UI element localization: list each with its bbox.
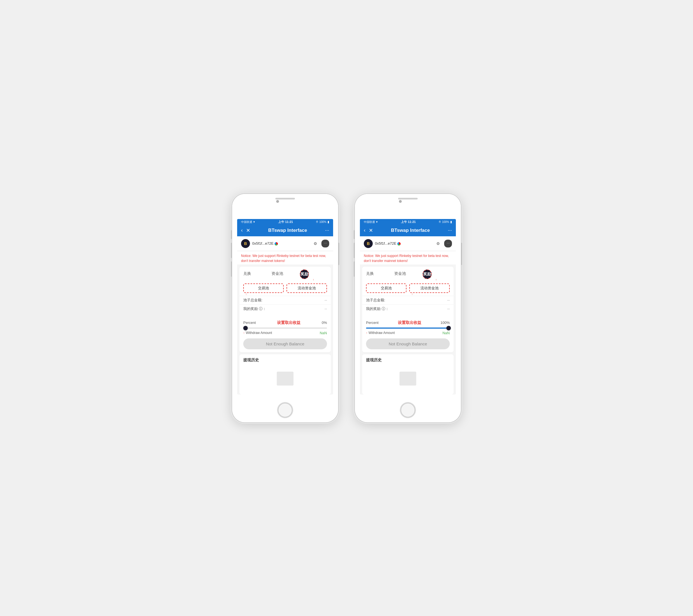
back-button[interactable]: ‹ [241, 227, 243, 233]
tab-wrapper: 资金池 [394, 270, 421, 279]
phone-top-area [232, 194, 338, 219]
percent-annotation: 设置取出收益 [277, 320, 300, 325]
percent-label: Percent [366, 321, 379, 325]
tab-2[interactable]: 奖励 [423, 270, 432, 279]
tab-1[interactable]: 资金池 [272, 270, 283, 278]
withdraw-row: ↑ Withdraw Amount NaN [366, 331, 450, 335]
percent-section: Percent 设置取出收益 0% ↑ Withdraw Amount NaN … [239, 317, 331, 352]
percent-value: 100% [440, 321, 450, 325]
info-label: 我的奖励 ⓘ： [243, 306, 266, 311]
phone-right: 中国联通 ▾ 上午 11:21 ® 100% ▮ ‹ ✕ BTswap Inte… [355, 194, 461, 422]
more-button[interactable]: ··· [448, 227, 452, 233]
wifi-icon: ▾ [376, 220, 378, 224]
phone-speaker [398, 198, 418, 199]
app-content: B 0x5f1f...e72E ⚙ ⋯ Notice: We just supp… [237, 236, 333, 395]
phone-home-button[interactable] [278, 403, 292, 417]
withdraw-label: Withdraw Amount [246, 331, 272, 335]
main-card: 兑换资金池奖励↑交易池↑流动资金池 池子总金额: -- 我的奖励 ⓘ： -- P… [239, 267, 331, 352]
tab-arrow: ↑ [313, 278, 314, 281]
percent-section: Percent 设置取出收益 100% ↑ Withdraw Amount Na… [362, 317, 454, 352]
btswap-logo: B [241, 239, 250, 248]
tab-wrapper: 兑换 [243, 270, 270, 279]
withdraw-left: ↑ Withdraw Amount [366, 331, 395, 335]
not-enough-button[interactable]: Not Enough Balance [366, 338, 450, 349]
withdraw-label: Withdraw Amount [369, 331, 395, 335]
withdraw-arrow: ↑ [366, 332, 368, 335]
sub-tab-wrapper: 交易池 [366, 283, 407, 293]
battery-text: 100% [442, 220, 449, 223]
history-empty [243, 366, 327, 391]
settings-button[interactable]: ⚙ [311, 240, 319, 247]
phone-side-button [354, 243, 355, 258]
withdraw-left: ↑ Withdraw Amount [243, 331, 272, 335]
slider-thumb[interactable] [447, 326, 451, 330]
slider-fill [366, 327, 450, 329]
status-right: ® 100% ▮ [439, 220, 452, 224]
status-time: 上午 11:21 [278, 220, 293, 224]
info-label: 池子总金额: [366, 298, 385, 303]
carrier-text: 中国联通 [364, 220, 375, 224]
sub-tab-1[interactable]: 流动资金池 [286, 283, 327, 293]
battery-text: 100% [319, 220, 326, 223]
signal-icon: ® [316, 220, 318, 223]
wifi-icon: ▾ [253, 220, 255, 224]
main-card: 兑换资金池奖励↑交易池流动资金池↑ 池子总金额: -- 我的奖励 ⓘ： -- P… [362, 267, 454, 352]
close-button[interactable]: ✕ [369, 227, 373, 234]
slider-track[interactable] [243, 327, 327, 329]
phone-side-button [354, 230, 355, 239]
phone-speaker [275, 198, 295, 199]
status-time: 上午 11:21 [401, 220, 416, 224]
tab-wrapper: 奖励↑ [423, 270, 450, 279]
settings-button[interactable]: ⚙ [434, 240, 442, 247]
close-button[interactable]: ✕ [246, 227, 250, 234]
notice-text: Notice: We just support Rinkeby testnet … [237, 251, 333, 264]
page-container: 中国联通 ▾ 上午 11:21 ® 100% ▮ ‹ ✕ BTswap Inte… [232, 194, 461, 422]
tab-wrapper: 奖励↑ [300, 270, 327, 279]
not-enough-button[interactable]: Not Enough Balance [243, 338, 327, 349]
phone-power-button [338, 243, 339, 265]
nav-title: BTswap Interface [250, 228, 325, 233]
empty-icon [399, 372, 416, 385]
sub-tab-1[interactable]: 流动资金池 [409, 283, 450, 293]
back-button[interactable]: ‹ [364, 227, 365, 233]
tab-0[interactable]: 兑换 [243, 270, 251, 278]
sub-tabs-row: 交易池流动资金池↑ [362, 279, 454, 296]
notice-text: Notice: We just support Rinkeby testnet … [360, 251, 456, 264]
address-icons: ⚙ ⋯ [434, 240, 452, 247]
history-title: 提现历史 [243, 358, 327, 363]
percent-value: 0% [322, 321, 327, 325]
status-left: 中国联通 ▾ [241, 220, 255, 224]
info-value: -- [324, 298, 327, 302]
color-circle [397, 242, 401, 245]
slider-track[interactable] [366, 327, 450, 329]
phone-side-button [231, 230, 232, 239]
btswap-logo: B [364, 239, 373, 248]
carrier-text: 中国联通 [241, 220, 252, 224]
menu-button[interactable]: ⋯ [321, 240, 329, 247]
info-row: 池子总金额: -- [362, 296, 454, 304]
slider-thumb[interactable] [243, 326, 248, 330]
nav-left: ‹ ✕ [241, 227, 250, 234]
sub-tab-wrapper: 流动资金池↑ [409, 283, 450, 293]
battery-icon: ▮ [328, 220, 329, 224]
history-title: 提现历史 [366, 358, 450, 363]
percent-annotation: 设置取出收益 [398, 320, 421, 325]
percent-header: Percent 设置取出收益 0% [243, 320, 327, 325]
sub-tab-0[interactable]: 交易池 [366, 283, 407, 293]
tab-arrow: ↑ [435, 278, 437, 281]
sub-tab-wrapper: 流动资金池 [286, 283, 327, 293]
info-value: -- [324, 306, 327, 311]
more-button[interactable]: ··· [325, 227, 329, 233]
status-left: 中国联通 ▾ [364, 220, 378, 224]
sub-tab-0[interactable]: 交易池 [243, 283, 284, 293]
tab-2[interactable]: 奖励 [300, 270, 309, 279]
sub-tabs-row: 交易池↑流动资金池 [239, 279, 331, 296]
address-text: 0x5f1f...e72E [252, 241, 309, 245]
phone-top-area [355, 194, 461, 219]
tab-1[interactable]: 资金池 [394, 270, 406, 278]
menu-button[interactable]: ⋯ [444, 240, 452, 247]
phone-home-button[interactable] [401, 403, 415, 417]
sub-tab-arrow: ↑ [412, 293, 413, 296]
address-bar: B 0x5f1f...e72E ⚙ ⋯ [237, 236, 333, 251]
tab-0[interactable]: 兑换 [366, 270, 374, 278]
